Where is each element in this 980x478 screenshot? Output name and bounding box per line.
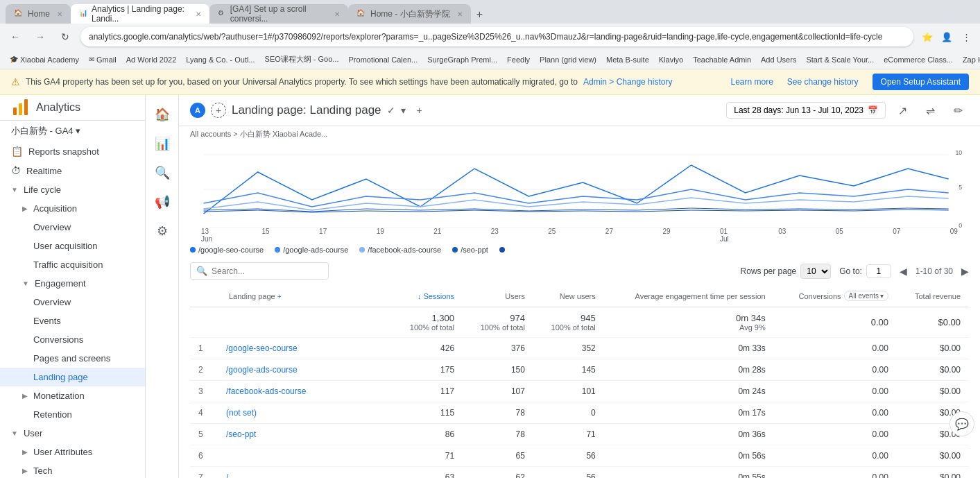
table-row[interactable]: 3 /facebook-ads-course 117 107 101 0m 24… — [190, 381, 969, 402]
row-page-3[interactable]: /facebook-ads-course — [221, 381, 392, 402]
row-page-4[interactable]: (not set) — [221, 402, 392, 424]
bookmark-lyang[interactable]: Lyang & Co. - Outl... — [182, 54, 259, 65]
bookmark-plann[interactable]: Plann (grid view) — [535, 54, 601, 65]
tab-close-ga4[interactable]: ✕ — [334, 10, 340, 18]
add-comparison-button[interactable]: + — [211, 103, 226, 118]
table-row[interactable]: 1 /google-seo-course 426 376 352 0m 33s … — [190, 338, 969, 359]
learn-more-button[interactable]: Learn more — [730, 77, 773, 87]
tab-xiaobai[interactable]: 🏠 Home - 小白新势学院 ✕ — [348, 4, 471, 24]
row-page-5[interactable]: /seo-ppt — [221, 424, 392, 445]
row-page-6[interactable] — [221, 445, 392, 467]
open-setup-assistant-button[interactable]: Open Setup Assistant — [872, 74, 969, 90]
sidebar-item-realtime[interactable]: ⏱ Realtime — [0, 161, 145, 180]
property-selector[interactable]: 小白新势 - GA4 ▾ — [0, 121, 145, 142]
bookmark-seo[interactable]: SEO课程大纲 - Goo... — [261, 53, 343, 66]
nav-explore-btn[interactable]: 🔍 — [148, 159, 176, 187]
bookmark-klaviyo[interactable]: Klaviyo — [655, 54, 687, 65]
col-header-conversions[interactable]: Conversions All events ▾ — [774, 285, 897, 307]
row-page-7[interactable]: / — [221, 467, 392, 479]
bookmark-feedly[interactable]: Feedly — [503, 54, 534, 65]
sidebar-item-tech[interactable]: ▶ Tech — [0, 461, 145, 478]
sidebar-item-user-attributes[interactable]: ▶ User Attributes — [0, 443, 145, 461]
nav-reports-btn[interactable]: 📊 — [148, 130, 176, 157]
tab-close-btn[interactable]: ✕ — [57, 10, 62, 18]
bookmark-adworld[interactable]: Ad World 2022 — [122, 54, 181, 65]
tab-close-analytics[interactable]: ✕ — [196, 10, 201, 18]
compare-button[interactable]: ⇌ — [919, 99, 941, 121]
col-header-new-users[interactable]: New users — [533, 285, 604, 307]
notification-admin-link[interactable]: Admin > Change history — [583, 77, 672, 87]
report-verified-icon[interactable]: ✓ — [387, 105, 395, 116]
address-input[interactable] — [80, 27, 913, 46]
new-tab-button[interactable]: + — [471, 6, 488, 24]
profile-button[interactable]: 👤 — [938, 28, 955, 45]
bookmark-promo[interactable]: Promotional Calen... — [345, 54, 422, 65]
tab-home[interactable]: 🏠 Home ✕ — [6, 4, 71, 24]
sidebar-item-user-acquisition[interactable]: User acquisition — [0, 237, 145, 255]
table-row[interactable]: 7 / 63 62 56 0m 55s 0.00 $0.00 — [190, 467, 969, 479]
nav-advertising-btn[interactable]: 📢 — [148, 188, 176, 216]
sidebar-item-events[interactable]: Events — [0, 311, 145, 330]
table-search-box[interactable]: 🔍 — [190, 262, 329, 280]
report-add-btn[interactable]: + — [411, 102, 428, 119]
col-header-total-revenue[interactable]: Total revenue — [897, 285, 969, 307]
edit-button[interactable]: ✏ — [947, 99, 969, 121]
back-button[interactable]: ← — [6, 27, 25, 46]
sidebar-item-engagement[interactable]: ▼ Engagement — [0, 274, 145, 293]
see-change-history-button[interactable]: See change history — [787, 77, 859, 87]
prev-page-button[interactable]: ◀ — [900, 266, 907, 277]
reload-button[interactable]: ↻ — [55, 27, 75, 46]
table-row[interactable]: 5 /seo-ppt 86 78 71 0m 36s 0.00 $0.00 — [190, 424, 969, 445]
extensions-button[interactable]: ⭐ — [919, 28, 936, 45]
menu-button[interactable]: ⋮ — [958, 28, 974, 45]
col-header-avg-engagement[interactable]: Average engagement time per session — [604, 285, 774, 307]
bookmark-ecommerce[interactable]: eCommerce Class... — [879, 54, 957, 65]
nav-configure-btn[interactable]: ⚙ — [148, 217, 176, 245]
sidebar-group-lifecycle[interactable]: ▼ Life cycle — [0, 180, 145, 199]
col-header-sessions[interactable]: ↓ Sessions — [392, 285, 463, 307]
row-num-4: 4 — [190, 402, 221, 424]
row-page-1[interactable]: /google-seo-course — [221, 338, 392, 359]
bookmark-teachable[interactable]: Teachable Admin — [689, 54, 755, 65]
bookmark-gmail[interactable]: ✉Gmail — [85, 54, 121, 65]
add-column-btn[interactable]: + — [277, 293, 282, 300]
tab-close-xiaobai[interactable]: ✕ — [457, 10, 463, 18]
tab-ga4[interactable]: ⚙ [GA4] Set up a scroll conversi... ✕ — [209, 4, 348, 24]
report-dropdown-btn[interactable]: ▾ — [401, 105, 406, 116]
col-header-landing-page[interactable]: Landing page + — [221, 285, 392, 307]
svg-rect-2 — [24, 99, 28, 115]
page-input[interactable] — [866, 264, 891, 278]
table-row[interactable]: 2 /google-ads-course 175 150 145 0m 28s … — [190, 359, 969, 381]
sidebar-item-conversions[interactable]: Conversions — [0, 330, 145, 349]
sidebar-item-overview1[interactable]: Overview — [0, 218, 145, 237]
bookmark-surge[interactable]: SurgeGraph Premi... — [423, 54, 501, 65]
col-header-users[interactable]: Users — [463, 285, 533, 307]
sidebar-item-landing-page[interactable]: Landing page — [0, 368, 145, 386]
sidebar-item-pages-screens[interactable]: Pages and screens — [0, 349, 145, 368]
table-row[interactable]: 4 (not set) 115 78 0 0m 17s 0.00 $0.00 — [190, 402, 969, 424]
row-page-2[interactable]: /google-ads-course — [221, 359, 392, 381]
forward-button[interactable]: → — [31, 27, 50, 46]
sidebar-item-acquisition[interactable]: ▶ Acquisition — [0, 199, 145, 218]
sidebar-item-retention[interactable]: Retention — [0, 405, 145, 424]
sidebar-group-user[interactable]: ▼ User — [0, 424, 145, 443]
rows-per-page-select[interactable]: 10 25 50 — [800, 264, 831, 279]
sidebar-item-traffic-acquisition[interactable]: Traffic acquisition — [0, 255, 145, 274]
bookmark-addusers[interactable]: Add Users — [757, 54, 800, 65]
chat-bubble-button[interactable]: 💬 — [949, 411, 974, 436]
bookmark-meta[interactable]: Meta B-suite — [602, 54, 653, 65]
bookmark-zap[interactable]: Zap History — [958, 54, 980, 65]
next-page-button[interactable]: ▶ — [961, 266, 969, 277]
date-range-selector[interactable]: Last 28 days: Jun 13 - Jul 10, 2023 📅 — [726, 102, 886, 119]
nav-home-btn[interactable]: 🏠 — [148, 101, 176, 128]
bookmark-start[interactable]: Start & Scale Your... — [802, 54, 878, 65]
share-button[interactable]: ↗ — [891, 99, 913, 121]
bookmark-xiaobai[interactable]: 🎓Xiaobai Academy — [6, 54, 83, 65]
sidebar-item-monetization[interactable]: ▶ Monetization — [0, 386, 145, 405]
tab-analytics[interactable]: 📊 Analytics | Landing page: Landi... ✕ — [71, 4, 209, 24]
search-input[interactable] — [212, 266, 323, 276]
sidebar-item-overview2[interactable]: Overview — [0, 293, 145, 311]
sidebar-item-reports-snapshot[interactable]: 📋 Reports snapshot — [0, 142, 145, 161]
table-row[interactable]: 6 71 65 56 0m 56s 0.00 $0.00 — [190, 445, 969, 467]
all-events-filter[interactable]: All events ▾ — [844, 291, 888, 301]
